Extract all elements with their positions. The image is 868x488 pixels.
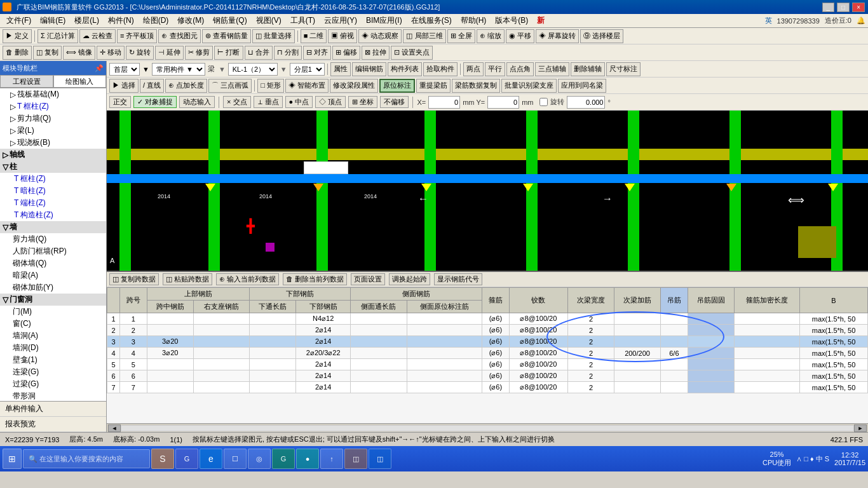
side-thru-cell[interactable] bbox=[351, 370, 407, 382]
rotate-input[interactable] bbox=[567, 96, 605, 109]
btn-copy-span-data[interactable]: ◫ 复制跨数据 bbox=[109, 273, 159, 285]
tree-item-struct-col[interactable]: T 构造柱(Z) bbox=[0, 209, 106, 221]
btn-repick-rebar[interactable]: 重提梁筋 bbox=[416, 79, 451, 93]
hanger-anch-cell[interactable] bbox=[734, 336, 799, 348]
btn-midpoint[interactable]: ● 中点 bbox=[285, 96, 313, 108]
btn-object-snap[interactable]: ✓ 对象捕捉 bbox=[133, 96, 177, 108]
btn-single-component[interactable]: 单构件输入 bbox=[0, 402, 106, 417]
btn-modify-beam-seg[interactable]: 修改梁段属性 bbox=[330, 79, 378, 93]
sub-width-cell[interactable] bbox=[614, 313, 661, 325]
btn-batch-select[interactable]: ◫ 批量选择 bbox=[252, 29, 295, 43]
side-thru-cell[interactable] bbox=[351, 382, 407, 393]
btn-properties[interactable]: 属性 bbox=[330, 62, 351, 76]
btn-copy-rebar[interactable]: 梁筋数据复制 bbox=[452, 79, 500, 93]
btn-level-top[interactable]: ≡ 齐平板顶 bbox=[117, 29, 157, 43]
dense-len-cell[interactable]: max(1.5*h, 50 bbox=[800, 313, 868, 325]
btn-delete-col-data[interactable]: 🗑 删除当前列数据 bbox=[283, 273, 347, 285]
btn-three-point-aux[interactable]: 三点辅轴 bbox=[535, 62, 569, 76]
tree-item-niche[interactable]: 壁龛(1) bbox=[0, 354, 106, 366]
lasso-cell[interactable]: ⌀8@100/20 bbox=[509, 370, 567, 382]
dense-len-cell[interactable]: max(1.5*h, 50 bbox=[800, 325, 868, 336]
lasso-note-cell[interactable]: (⌀6) bbox=[482, 336, 510, 348]
drawing-viewport[interactable]: ← → A 2014 2014 2014 ╋ ⟺ bbox=[107, 111, 868, 271]
lasso-cell[interactable]: ⌀8@100/20 bbox=[509, 382, 567, 393]
tree-item-wall-opening2[interactable]: 墙洞(D) bbox=[0, 342, 106, 354]
btn-rect[interactable]: □ 矩形 bbox=[257, 79, 284, 93]
btn-mirror[interactable]: ⟺ 镜像 bbox=[63, 46, 95, 60]
side-orig-cell[interactable] bbox=[407, 348, 482, 359]
row-num-cell[interactable]: 2 bbox=[107, 325, 120, 336]
span-num-cell[interactable]: 3 bbox=[120, 336, 147, 348]
btn-dynamic-input[interactable]: 动态输入 bbox=[179, 96, 215, 108]
menu-new[interactable]: 新 bbox=[533, 15, 548, 27]
hinge-cell[interactable]: 2 bbox=[567, 313, 614, 325]
btn-smart-layout[interactable]: ◈ 智能布置 bbox=[285, 79, 329, 93]
menu-edit[interactable]: 编辑(E) bbox=[36, 15, 69, 27]
start-button[interactable]: ⊞ bbox=[3, 449, 22, 469]
btn-original-annotate[interactable]: 原位标注 bbox=[379, 79, 415, 93]
tree-item-shear-wall2[interactable]: 剪力墙(Q) bbox=[0, 233, 106, 245]
lasso-note-cell[interactable]: (⌀6) bbox=[482, 359, 510, 370]
menu-component[interactable]: 构件(N) bbox=[104, 15, 138, 27]
top-span-cell[interactable] bbox=[147, 359, 193, 370]
menu-modify[interactable]: 修改(M) bbox=[173, 15, 208, 27]
tree-item-door[interactable]: 门(M) bbox=[0, 306, 106, 318]
btn-intersect[interactable]: × 交点 bbox=[223, 96, 250, 108]
btn-paste-span-data[interactable]: ◫ 粘贴跨数据 bbox=[163, 273, 212, 285]
menu-floor[interactable]: 楼层(L) bbox=[71, 15, 103, 27]
sub-add-cell[interactable] bbox=[661, 359, 688, 370]
btn-fullscreen[interactable]: ⊞ 全屏 bbox=[447, 29, 475, 43]
hanger-anch-cell[interactable] bbox=[734, 325, 799, 336]
btn-rotate[interactable]: ↻ 旋转 bbox=[126, 46, 154, 60]
lasso-note-cell[interactable]: (⌀6) bbox=[482, 370, 510, 382]
sub-width-cell[interactable] bbox=[614, 382, 661, 393]
side-orig-cell[interactable] bbox=[407, 370, 482, 382]
close-btn[interactable]: × bbox=[852, 3, 865, 12]
span-num-cell[interactable]: 6 bbox=[120, 370, 147, 382]
row-num-cell[interactable]: 7 bbox=[107, 382, 120, 393]
tree-group-axis[interactable]: ▷ 轴线 bbox=[0, 149, 106, 161]
btn-apply-same-name[interactable]: 应用到同名梁 bbox=[558, 79, 606, 93]
hanger-cell[interactable] bbox=[688, 325, 734, 336]
span-num-cell[interactable]: 2 bbox=[120, 325, 147, 336]
hanger-anch-cell[interactable] bbox=[734, 313, 799, 325]
top-right-cell[interactable] bbox=[193, 325, 249, 336]
task-app-4[interactable]: ☐ bbox=[224, 449, 247, 469]
lasso-cell[interactable]: ⌀8@100/20 bbox=[509, 348, 567, 359]
hinge-cell[interactable]: 2 bbox=[567, 359, 614, 370]
side-orig-cell[interactable] bbox=[407, 359, 482, 370]
hanger-cell[interactable] bbox=[688, 348, 734, 359]
top-span-cell[interactable] bbox=[147, 370, 193, 382]
data-table-container[interactable]: 跨号 上部钢筋 下部钢筋 侧面钢筋 箍筋 铰数 次梁宽度 次梁加筋 吊筋 吊筋固… bbox=[107, 287, 868, 423]
btn-line[interactable]: / 直线 bbox=[140, 79, 164, 93]
minimize-btn[interactable]: _ bbox=[822, 3, 835, 12]
hinge-cell[interactable]: 2 bbox=[567, 370, 614, 382]
tree-item-wall-opening[interactable]: 墙洞(A) bbox=[0, 330, 106, 342]
btn-2d[interactable]: ■ 二维 bbox=[301, 29, 327, 43]
btn-extend[interactable]: ⊣ 延伸 bbox=[155, 46, 184, 60]
menu-view[interactable]: 视图(V) bbox=[252, 15, 285, 27]
top-right-cell[interactable] bbox=[193, 336, 249, 348]
hanger-cell[interactable] bbox=[688, 370, 734, 382]
bottom-span-cell[interactable]: 2⌀14 bbox=[295, 370, 350, 382]
top-right-cell[interactable] bbox=[193, 370, 249, 382]
bottom-span-cell[interactable]: N4⌀12 bbox=[295, 313, 350, 325]
sidebar-pin[interactable]: 📌 bbox=[95, 64, 104, 72]
span-num-cell[interactable]: 1 bbox=[120, 313, 147, 325]
hanger-cell[interactable] bbox=[688, 313, 734, 325]
lasso-note-cell[interactable]: (⌀6) bbox=[482, 382, 510, 393]
tree-item-window[interactable]: 窗(C) bbox=[0, 318, 106, 330]
scroll-right-btn[interactable]: ► bbox=[854, 424, 867, 432]
btn-three-arc[interactable]: ⌒ 三点画弧 bbox=[208, 79, 252, 93]
btn-parallel[interactable]: 平行 bbox=[485, 62, 505, 76]
hinge-cell[interactable]: 2 bbox=[567, 348, 614, 359]
side-orig-cell[interactable] bbox=[407, 336, 482, 348]
btn-batch-identify[interactable]: 批量识别梁支座 bbox=[501, 79, 557, 93]
btn-vertex[interactable]: ◇ 顶点 bbox=[315, 96, 346, 108]
tree-item-dark-col[interactable]: T 暗柱(Z) bbox=[0, 185, 106, 197]
hanger-cell[interactable] bbox=[688, 336, 734, 348]
btn-calc-total[interactable]: Σ 汇总计算 bbox=[37, 29, 78, 43]
bottom-span-cell[interactable]: 2⌀14 bbox=[295, 382, 350, 393]
btn-top-view[interactable]: ▣ 俯视 bbox=[328, 29, 357, 43]
side-orig-cell[interactable] bbox=[407, 313, 482, 325]
